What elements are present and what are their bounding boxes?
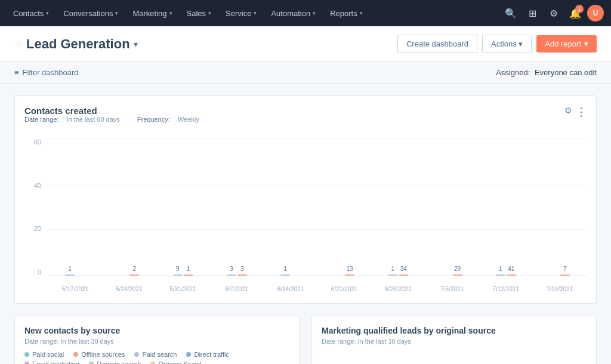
nav-chevron-marketing: ▾: [169, 10, 172, 16]
header-actions: Create dashboard Actions ▾ Add report ▾: [397, 35, 597, 53]
bar-value-label: 2: [133, 266, 137, 272]
x-label: 7/19/2021: [533, 286, 587, 292]
nav-item-conversations[interactable]: Conversations ▾: [57, 0, 124, 26]
chart-frequency-value: Weekly: [178, 116, 199, 123]
x-label: 6/14/2021: [264, 286, 317, 292]
y-label-60: 60: [24, 138, 46, 146]
nav-label-contacts: Contacts: [13, 9, 44, 18]
chart-meta-divider: |: [130, 116, 132, 123]
legend-label: Direct traffic: [194, 351, 229, 358]
actions-button[interactable]: Actions ▾: [482, 35, 532, 53]
bar-group: 1: [48, 274, 102, 276]
nav-item-automation[interactable]: Automation ▾: [265, 0, 322, 26]
x-label: 6/28/2021: [371, 286, 425, 292]
bar[interactable]: 1: [184, 274, 193, 276]
favorite-icon[interactable]: ☆: [14, 38, 23, 50]
bar[interactable]: 3: [237, 274, 247, 276]
search-button[interactable]: 🔍: [501, 4, 520, 23]
bar[interactable]: 41: [507, 274, 516, 276]
x-label: 7/12/2021: [479, 286, 533, 292]
bar-group: 91: [156, 274, 209, 276]
assigned-label: Assigned:: [496, 68, 530, 77]
bar[interactable]: 34: [399, 274, 408, 276]
contacts-created-chart-card: Contacts created Date range: In the last…: [14, 95, 597, 304]
chart-more-icon[interactable]: ⋮: [576, 106, 587, 119]
bar[interactable]: 29: [453, 274, 462, 276]
grid-view-button[interactable]: ⊞: [523, 4, 542, 23]
x-label: 7/5/2021: [425, 286, 479, 292]
x-label: 6/21/2021: [317, 286, 371, 292]
bar-group: 7: [533, 274, 587, 276]
nav-item-reports[interactable]: Reports ▾: [324, 0, 369, 26]
nav-chevron-automation: ▾: [313, 10, 316, 16]
bar-group: 141: [479, 274, 533, 276]
page-title-area: ☆ Lead Generation ▾: [14, 36, 138, 52]
bar-value-label: 1: [187, 266, 190, 272]
nav-item-sales[interactable]: Sales ▾: [181, 0, 218, 26]
add-report-label: Add report: [545, 39, 581, 48]
bar[interactable]: 7: [560, 274, 570, 276]
notification-badge: 1: [575, 5, 584, 13]
nav-item-marketing[interactable]: Marketing ▾: [126, 0, 178, 26]
x-label: 5/31/2021: [156, 286, 209, 292]
bar[interactable]: 2: [129, 274, 139, 276]
filter-icon: ≡: [14, 68, 19, 77]
filter-dashboard-button[interactable]: ≡ Filter dashboard: [14, 68, 79, 77]
legend-label: Organic search: [97, 360, 141, 364]
assigned-value: Everyone can edit: [535, 68, 597, 77]
page-title: Lead Generation: [26, 36, 130, 52]
bar-value-label: 29: [454, 266, 461, 272]
new-contacts-date-range: Date range: In the last 30 days: [24, 338, 289, 345]
grid-icon: ⊞: [529, 8, 536, 19]
add-report-button[interactable]: Add report ▾: [536, 35, 597, 53]
mql-title: Marketing qualified leads by original so…: [322, 326, 587, 335]
chart-filter-icon[interactable]: ⚙: [564, 106, 572, 119]
assigned-text: Assigned: Everyone can edit: [496, 68, 597, 77]
nav-chevron-contacts: ▾: [46, 10, 49, 16]
bar[interactable]: 9: [173, 274, 183, 276]
bar-group: 33: [210, 274, 264, 276]
filter-bar: ≡ Filter dashboard Assigned: Everyone ca…: [0, 62, 611, 84]
nav-chevron-service: ▾: [254, 10, 257, 16]
bar[interactable]: 13: [345, 274, 354, 276]
notifications-button[interactable]: 🔔 1: [566, 4, 585, 23]
legend-label: Paid social: [32, 351, 64, 358]
bar[interactable]: 1: [496, 274, 505, 276]
x-label: 6/7/2021: [210, 286, 264, 292]
legend-item: Offline sources: [73, 351, 125, 358]
user-avatar[interactable]: U: [587, 5, 604, 21]
bar-group: 29: [425, 274, 479, 276]
legend-label: Organic Social: [158, 360, 201, 364]
bar[interactable]: 1: [65, 274, 75, 276]
nav-chevron-reports: ▾: [360, 10, 363, 16]
legend-dot: [24, 362, 29, 364]
create-dashboard-button[interactable]: Create dashboard: [397, 35, 477, 53]
nav-chevron-conversations: ▾: [115, 10, 118, 16]
bar-value-label: 3: [230, 266, 233, 272]
bar[interactable]: 1: [280, 274, 290, 276]
top-navigation: Contacts ▾ Conversations ▾ Marketing ▾ S…: [0, 0, 611, 26]
settings-button[interactable]: ⚙: [544, 4, 563, 23]
legend-dot: [150, 362, 155, 364]
nav-label-service: Service: [226, 9, 251, 18]
x-labels: 5/17/20215/24/20215/31/20216/7/20216/14/…: [48, 286, 587, 292]
chart-title: Contacts created: [24, 106, 204, 116]
nav-item-contacts[interactable]: Contacts ▾: [7, 0, 55, 26]
title-dropdown-icon[interactable]: ▾: [134, 39, 138, 49]
bar-group: 13: [317, 274, 371, 276]
nav-label-sales: Sales: [187, 9, 206, 18]
legend: Paid socialOffline sourcesPaid searchDir…: [24, 351, 289, 364]
legend-label: Paid search: [142, 351, 177, 358]
nav-item-service[interactable]: Service ▾: [220, 0, 263, 26]
bar-group: 1: [264, 274, 317, 276]
bar[interactable]: 1: [388, 274, 397, 276]
chart-actions: ⚙ ⋮: [564, 106, 587, 119]
legend-dot: [24, 352, 29, 357]
bar-value-label: 41: [508, 266, 514, 272]
bar-value-label: 7: [563, 266, 567, 272]
y-label-40: 40: [24, 182, 46, 189]
bar-value-label: 34: [400, 266, 407, 272]
bars-container: 129133113134291417: [48, 138, 587, 276]
bar[interactable]: 3: [227, 274, 236, 276]
chart-date-range-value: In the last 60 days: [67, 116, 120, 123]
